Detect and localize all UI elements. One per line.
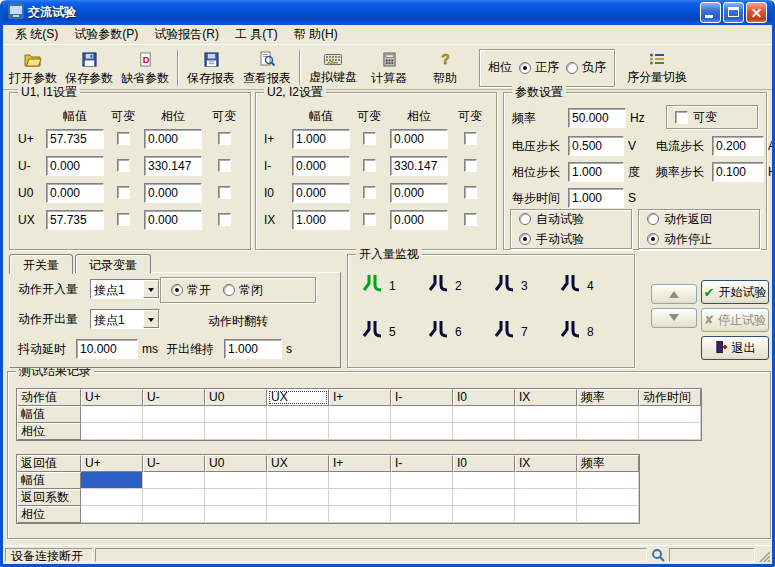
var-checkbox[interactable] [363, 213, 376, 226]
action-return-radio[interactable]: 动作返回 [647, 211, 759, 228]
chevron-down-icon[interactable] [143, 310, 159, 328]
result-cell[interactable] [391, 472, 453, 489]
virtual-keyboard-button[interactable]: 虚拟键盘 [305, 47, 361, 89]
result-cell[interactable] [143, 406, 205, 423]
u-minus-phase-input[interactable] [144, 156, 202, 176]
i-x-phase-input[interactable] [390, 210, 448, 230]
save-report-button[interactable]: 保存报表 [183, 47, 239, 89]
open-params-button[interactable]: 打开参数 [5, 47, 61, 89]
var-checkbox[interactable] [363, 159, 376, 172]
result-cell[interactable] [205, 406, 267, 423]
default-params-button[interactable]: D 缺省参数 [117, 47, 173, 89]
result-cell[interactable] [329, 489, 391, 506]
var-checkbox[interactable] [117, 132, 130, 145]
result-cell[interactable] [205, 472, 267, 489]
var-checkbox[interactable] [117, 186, 130, 199]
var-checkbox[interactable] [464, 132, 477, 145]
result-cell[interactable] [391, 489, 453, 506]
var-checkbox[interactable] [464, 213, 477, 226]
var-checkbox[interactable] [218, 132, 231, 145]
result-cell[interactable] [329, 506, 391, 523]
i-plus-amp-input[interactable] [292, 129, 350, 149]
stop-test-button[interactable]: ✘ 停止试验 [701, 308, 769, 332]
i-plus-phase-input[interactable] [390, 129, 448, 149]
result-cell[interactable] [515, 472, 577, 489]
result-cell[interactable] [205, 489, 267, 506]
result-cell[interactable] [143, 506, 205, 523]
menu-test-report[interactable]: 试验报告(R) [146, 24, 227, 45]
resize-grip[interactable] [757, 548, 770, 562]
normally-open-radio[interactable]: 常开 [171, 282, 211, 299]
result-cell[interactable] [639, 406, 701, 423]
move-down-button[interactable] [651, 308, 697, 328]
result-cell[interactable] [453, 489, 515, 506]
result-cell[interactable] [391, 423, 453, 440]
result-cell[interactable] [577, 406, 639, 423]
u-zero-amp-input[interactable] [46, 183, 104, 203]
result-cell[interactable] [515, 489, 577, 506]
calculator-button[interactable]: 计算器 [361, 47, 417, 89]
help-button[interactable]: ? 帮助 [417, 47, 473, 89]
result-cell[interactable] [205, 506, 267, 523]
result-cell[interactable] [453, 472, 515, 489]
result-cell[interactable] [391, 406, 453, 423]
view-report-button[interactable]: 查看报表 [239, 47, 295, 89]
u-x-phase-input[interactable] [144, 210, 202, 230]
i-zero-phase-input[interactable] [390, 183, 448, 203]
frequency-var-checkbox[interactable] [675, 111, 688, 124]
manual-test-radio[interactable]: 手动试验 [519, 231, 631, 248]
menu-system[interactable]: 系 统(S) [7, 24, 66, 45]
i-minus-amp-input[interactable] [292, 156, 350, 176]
tab-switch[interactable]: 开关量 [9, 254, 73, 274]
result-cell[interactable] [205, 423, 267, 440]
result-cell[interactable] [329, 406, 391, 423]
result-cell[interactable] [577, 423, 639, 440]
normally-closed-radio[interactable]: 常闭 [223, 282, 263, 299]
auto-test-radio[interactable]: 自动试验 [519, 211, 631, 228]
result-cell[interactable] [143, 472, 205, 489]
step-time-input[interactable] [568, 188, 624, 208]
u-plus-amp-input[interactable] [46, 129, 104, 149]
phase-negative-radio[interactable]: 负序 [566, 59, 606, 76]
result-cell[interactable] [329, 472, 391, 489]
start-test-button[interactable]: ✔ 开始试验 [701, 280, 769, 304]
result-cell[interactable] [81, 406, 143, 423]
result-cell[interactable] [577, 472, 639, 489]
u-plus-phase-input[interactable] [144, 129, 202, 149]
maximize-button[interactable] [723, 2, 744, 23]
voltage-step-input[interactable] [568, 136, 624, 156]
menu-test-params[interactable]: 试验参数(P) [66, 24, 146, 45]
i-minus-phase-input[interactable] [390, 156, 448, 176]
result-cell[interactable] [515, 506, 577, 523]
result-cell[interactable] [329, 423, 391, 440]
result-cell[interactable] [515, 406, 577, 423]
result-cell[interactable] [577, 489, 639, 506]
current-step-input[interactable] [712, 136, 764, 156]
result-cell-selected[interactable] [81, 472, 143, 489]
u-minus-amp-input[interactable] [46, 156, 104, 176]
result-cell[interactable] [391, 506, 453, 523]
result-cell[interactable] [143, 423, 205, 440]
action-output-combo[interactable]: 接点1 [90, 309, 160, 329]
sequence-switch-button[interactable]: 序分量切换 [621, 47, 693, 89]
result-cell[interactable] [81, 489, 143, 506]
i-x-amp-input[interactable] [292, 210, 350, 230]
i-zero-amp-input[interactable] [292, 183, 350, 203]
frequency-step-input[interactable] [712, 162, 764, 182]
var-checkbox[interactable] [218, 213, 231, 226]
title-bar[interactable]: 交流试验 [3, 0, 772, 25]
result-col-header-focused[interactable]: UX [267, 389, 329, 406]
exit-button[interactable]: 退出 [701, 336, 769, 360]
result-cell[interactable] [267, 506, 329, 523]
close-button[interactable] [746, 2, 767, 23]
menu-help[interactable]: 帮 助(H) [286, 24, 346, 45]
var-checkbox[interactable] [117, 213, 130, 226]
result-cell[interactable] [453, 423, 515, 440]
var-checkbox[interactable] [218, 186, 231, 199]
chevron-down-icon[interactable] [143, 280, 159, 298]
tab-record[interactable]: 记录变量 [75, 254, 151, 273]
phase-step-input[interactable] [568, 162, 624, 182]
result-cell[interactable] [267, 472, 329, 489]
save-params-button[interactable]: 保存参数 [61, 47, 117, 89]
result-cell[interactable] [453, 506, 515, 523]
